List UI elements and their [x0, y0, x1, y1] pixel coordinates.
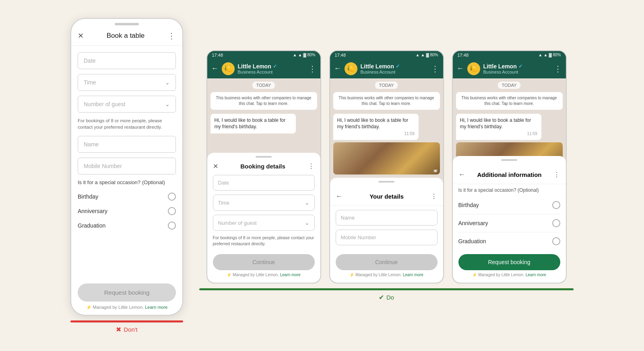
dont-icon: ✖: [116, 326, 121, 333]
wa3-graduation-radio[interactable]: [552, 237, 560, 245]
wa2-learn-more-link[interactable]: Learn more: [403, 273, 423, 277]
wa3-avatar: 🍋: [467, 62, 480, 75]
anniversary-radio[interactable]: [168, 207, 176, 215]
wa1-learn-more-link[interactable]: Learn more: [280, 273, 301, 277]
wa3-wifi-icon: ▲: [544, 53, 548, 57]
wa3-anniversary-option[interactable]: Anniversary: [458, 216, 560, 230]
phone-header: ✕ Book a table ⋮: [71, 28, 182, 46]
chevron-down-guests-icon: [165, 101, 170, 107]
wa3-back-icon[interactable]: ←: [457, 64, 464, 73]
name-input[interactable]: Name: [78, 136, 176, 153]
wa2-header: ← 🍋 Little Lemon ✓ Business Account ⋮: [330, 59, 443, 78]
wa-phones-wrapper: 17:48 ▲ ▲ ▓ 80% ← 🍋: [199, 50, 574, 301]
wa1-business-notice: This business works with other companies…: [211, 92, 317, 110]
wa-phone-3: 17:48 ▲ ▲ ▓ 80% ← 🍋: [452, 50, 567, 283]
wifi-icon: ▲: [298, 53, 302, 57]
wa3-birthday-option[interactable]: Birthday: [458, 198, 560, 212]
wa3-anniversary-label: Anniversary: [458, 220, 488, 226]
wa2-back-icon[interactable]: ←: [334, 64, 341, 73]
wa3-back-sheet-icon[interactable]: ←: [458, 170, 466, 179]
wa3-anniversary-radio[interactable]: [552, 219, 560, 227]
wa1-continue-button[interactable]: Continue: [213, 254, 315, 270]
wa1-time-input[interactable]: Time: [213, 195, 315, 211]
wa1-status-icons: ▲ ▲ ▓ 80%: [293, 53, 316, 57]
learn-more-link[interactable]: Learn more: [145, 305, 167, 310]
wa2-continue-button[interactable]: Continue: [336, 254, 438, 270]
wa2-mobile-input[interactable]: Mobile Number: [336, 230, 438, 245]
wa1-booking-sheet: ✕ Booking details ⋮ Date Time: [207, 153, 320, 282]
wa1-date-placeholder: Date: [218, 180, 229, 186]
anniversary-label: Anniversary: [78, 208, 107, 214]
mobile-input[interactable]: Mobile Number: [78, 158, 176, 174]
dont-indicator-bar: [70, 320, 183, 322]
time-placeholder: Time: [84, 79, 96, 86]
anniversary-option[interactable]: Anniversary: [78, 204, 176, 218]
graduation-option[interactable]: Graduation: [78, 218, 176, 233]
first-phone: ✕ Book a table ⋮ Date Time Number of gue…: [70, 18, 183, 316]
wa3-graduation-label: Graduation: [458, 238, 486, 244]
wa-phone-3-inner: 17:48 ▲ ▲ ▓ 80% ← 🍋: [453, 51, 566, 283]
wa3-contact-info: Little Lemon ✓ Business Account: [483, 63, 551, 74]
wa2-contact-name: Little Lemon ✓: [361, 63, 428, 70]
wa3-contact-name: Little Lemon ✓: [483, 63, 551, 70]
wa3-time: 17:48: [458, 53, 469, 57]
wa2-sheet-more-icon[interactable]: ⋮: [431, 193, 438, 200]
wa1-back-icon[interactable]: ←: [211, 64, 219, 73]
wa1-lightning-icon: ⚡: [227, 273, 231, 277]
wa1-date-input[interactable]: Date: [213, 175, 315, 191]
wa3-sheet-title: Additional information: [466, 171, 553, 178]
wa2-back-sheet-icon[interactable]: ←: [336, 192, 343, 201]
wa2-sheet-body: Name Mobile Number Continue: [330, 210, 443, 270]
num-guests-placeholder: Number of guest: [84, 101, 126, 107]
wa1-close-icon[interactable]: ✕: [213, 162, 218, 170]
wa3-birthday-label: Birthday: [458, 202, 479, 208]
wa-phone-3-wrapper: 17:48 ▲ ▲ ▓ 80% ← 🍋: [452, 50, 567, 283]
wa3-business-notice: This business works with other companies…: [456, 92, 563, 110]
request-booking-button[interactable]: Request booking: [78, 283, 176, 302]
wa2-chat-date: TODAY: [375, 82, 398, 89]
wa1-chevron-icon: [305, 199, 310, 206]
wa2-your-details-sheet: ← Your details ⋮ Name Mobile Number: [330, 178, 443, 283]
wa3-learn-more-link[interactable]: Learn more: [526, 273, 546, 277]
wa3-sheet-more-icon[interactable]: ⋮: [553, 171, 560, 179]
first-phone-wrapper: ✕ Book a table ⋮ Date Time Number of gue…: [70, 18, 183, 333]
wa3-chat-bubble: Hi, I would like to book a table for my …: [456, 114, 541, 140]
wa1-sheet-more-icon[interactable]: ⋮: [308, 162, 315, 170]
more-icon[interactable]: ⋮: [167, 31, 176, 41]
wa2-name-input[interactable]: Name: [336, 210, 438, 226]
wa2-lightning-icon: ⚡: [349, 273, 354, 277]
wa1-time: 17:48: [212, 53, 223, 57]
dont-label: ✖ Don't: [116, 326, 138, 333]
num-guests-input[interactable]: Number of guest: [78, 96, 176, 113]
wa1-guests-input[interactable]: Number of guest: [213, 215, 315, 231]
wa2-more-icon[interactable]: ⋮: [431, 64, 439, 74]
time-input[interactable]: Time: [78, 74, 176, 91]
birthday-radio[interactable]: [168, 193, 176, 201]
wa3-request-booking-button[interactable]: Request booking: [458, 254, 560, 270]
wa1-managed-text: Managed by Little Lemon.: [233, 273, 279, 277]
wa1-more-icon[interactable]: ⋮: [308, 64, 316, 74]
wa3-more-icon[interactable]: ⋮: [554, 64, 562, 74]
wa2-sheet-notch: [378, 181, 394, 183]
wa-phone-2: 17:48 ▲ ▲ ▓ 80% ← 🍋: [329, 50, 444, 283]
birthday-label: Birthday: [78, 193, 98, 200]
birthday-option[interactable]: Birthday: [78, 189, 176, 204]
wa3-chat-date: TODAY: [498, 82, 521, 89]
graduation-radio[interactable]: [168, 222, 176, 230]
do-icon: ✔: [379, 294, 384, 301]
managed-text: Managed by Little Lemon.: [93, 305, 144, 310]
close-icon[interactable]: ✕: [78, 31, 84, 40]
wa2-battery-icon: ▓ 80%: [426, 53, 438, 57]
wa2-avatar: 🍋: [345, 62, 357, 75]
wa1-chat-bubble: Hi, I would like to book a table for my …: [211, 114, 296, 134]
battery-icon: ▓ 80%: [303, 53, 315, 57]
wa2-wifi-icon: ▲: [421, 53, 425, 57]
wa3-graduation-option[interactable]: Graduation: [458, 234, 560, 248]
wa3-birthday-radio[interactable]: [552, 201, 560, 209]
wa1-avatar: 🍋: [222, 62, 235, 75]
wa2-name-placeholder: Name: [341, 215, 355, 221]
date-input[interactable]: Date: [78, 52, 176, 69]
wa3-managed-text: Managed by Little Lemon.: [478, 273, 524, 277]
wa3-footer: ⚡ Managed by Little Lemon. Learn more: [453, 270, 566, 279]
wa1-header: ← 🍋 Little Lemon ✓ Business Account ⋮: [207, 59, 320, 78]
